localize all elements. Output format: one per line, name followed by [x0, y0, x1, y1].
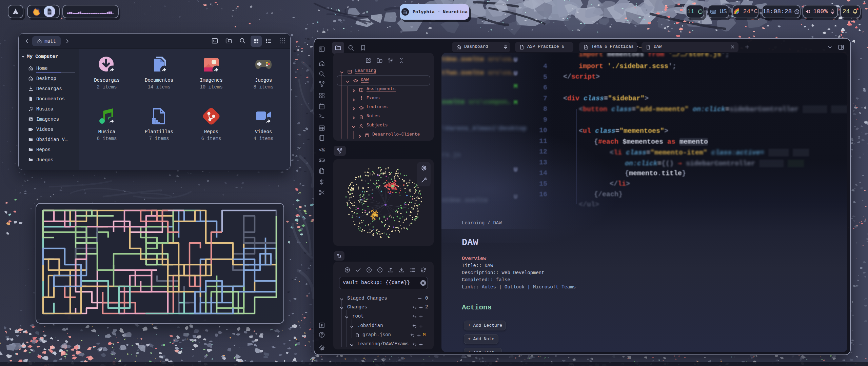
svg-text:<%: <% — [319, 147, 325, 153]
